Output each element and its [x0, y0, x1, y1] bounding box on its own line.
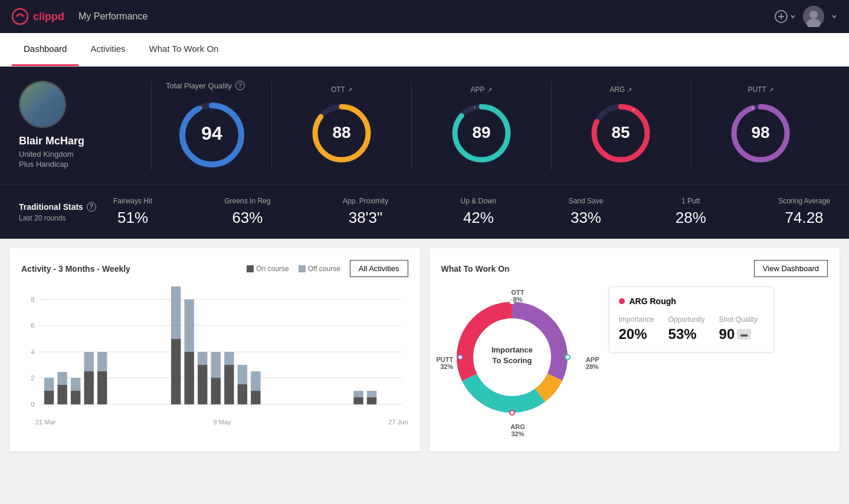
- proximity-value: 38'3": [343, 209, 388, 227]
- trad-stats-title: Traditional Stats ?: [19, 202, 113, 212]
- svg-rect-52: [211, 378, 221, 404]
- top-nav: clippd My Performance: [0, 0, 849, 33]
- svg-text:2: 2: [31, 374, 34, 381]
- chart-legend: On course Off course: [247, 265, 340, 273]
- ott-label: OTT ↗: [331, 85, 352, 94]
- svg-point-74: [458, 355, 463, 360]
- total-quality-section: Total Player Quality ? 94: [166, 81, 272, 170]
- proximity-label: App. Proximity: [343, 197, 388, 205]
- chevron-down-icon: [790, 14, 796, 19]
- nav-right: [775, 6, 837, 27]
- arg-importance: Importance 20%: [619, 315, 654, 342]
- hero-stats: Total Player Quality ? 94 O: [166, 81, 830, 170]
- wtwo-panel-header: What To Work On View Dashboard: [441, 260, 828, 277]
- category-rings: OTT ↗ 88 APP ↗: [272, 81, 830, 170]
- profile-name: Blair McHarg: [19, 135, 84, 147]
- trad-stats-label: Traditional Stats ? Last 20 rounds: [19, 202, 113, 222]
- svg-text:94: 94: [201, 123, 222, 144]
- tab-activities[interactable]: Activities: [78, 33, 137, 66]
- shot-quality-label: Shot Quality: [719, 315, 758, 324]
- tabs-bar: Dashboard Activities What To Work On: [0, 33, 849, 67]
- svg-rect-62: [367, 397, 376, 404]
- sandsave-value: 33%: [569, 209, 604, 227]
- arg-card-title: ARG Rough: [619, 297, 764, 306]
- total-quality-ring: 94: [166, 100, 257, 170]
- svg-rect-43: [84, 352, 94, 371]
- traditional-stats: Traditional Stats ? Last 20 rounds Fairw…: [0, 185, 849, 239]
- svg-rect-59: [251, 371, 260, 391]
- tab-what-to-work-on[interactable]: What To Work On: [137, 33, 231, 66]
- 1putt-value: 28%: [676, 209, 706, 227]
- trad-item-fairways: Fairways Hit 51%: [113, 197, 152, 227]
- app-arrow-icon: ↗: [487, 87, 492, 93]
- gir-value: 63%: [224, 209, 270, 227]
- bottom-panels: Activity - 3 Months - Weekly On course O…: [0, 239, 849, 461]
- donut-chart: Importance To Scoring OTT 8% APP 28%: [441, 286, 595, 440]
- svg-rect-45: [97, 352, 107, 371]
- profile-avatar: [19, 81, 66, 128]
- arg-label: ARG ↗: [609, 85, 632, 94]
- svg-rect-46: [171, 339, 181, 404]
- svg-rect-63: [367, 391, 376, 397]
- trad-item-1putt: 1 Putt 28%: [676, 197, 706, 227]
- trad-stats-items: Fairways Hit 51% Greens In Reg 63% App. …: [113, 197, 830, 227]
- svg-rect-49: [185, 299, 194, 352]
- svg-text:8: 8: [31, 296, 34, 303]
- putt-arrow-icon: ↗: [769, 87, 773, 93]
- ott-arrow-icon: ↗: [348, 87, 352, 93]
- profile-handicap: Plus Handicap: [19, 160, 68, 169]
- svg-rect-51: [198, 352, 207, 365]
- scoring-label: Scoring Average: [778, 197, 830, 205]
- activity-panel-header: Activity - 3 Months - Weekly On course O…: [21, 260, 408, 277]
- putt-donut-label: PUTT 32%: [437, 356, 454, 370]
- svg-rect-36: [44, 391, 54, 404]
- trad-item-sandsave: Sand Save 33%: [569, 197, 604, 227]
- svg-rect-57: [238, 365, 247, 384]
- ott-donut-label: OTT 8%: [512, 289, 525, 303]
- arg-metrics: Importance 20% Opportunity 53% Shot Qual…: [619, 315, 764, 342]
- svg-text:98: 98: [752, 123, 770, 141]
- opportunity-value: 53%: [668, 326, 705, 342]
- bar-chart: 0 2 4 6 8: [21, 286, 408, 416]
- svg-point-73: [510, 410, 514, 415]
- cat-ring-ott: OTT ↗ 88: [272, 81, 412, 170]
- arg-card: ARG Rough Importance 20% Opportunity 53%…: [609, 286, 774, 353]
- avatar[interactable]: [803, 6, 824, 27]
- app-label: APP ↗: [471, 85, 492, 94]
- trad-item-updown: Up & Down 42%: [461, 197, 497, 227]
- trad-stats-subtitle: Last 20 rounds: [19, 214, 113, 222]
- x-label-3: 27 Jun: [388, 419, 408, 426]
- off-course-dot: [299, 265, 306, 272]
- svg-rect-56: [238, 384, 247, 404]
- svg-rect-55: [224, 352, 234, 365]
- svg-rect-37: [44, 378, 54, 391]
- x-label-2: 9 May: [213, 419, 231, 426]
- trad-item-scoring: Scoring Average 74.28: [778, 197, 830, 227]
- score-badge: ▬: [737, 329, 751, 340]
- quality-info-icon[interactable]: ?: [235, 81, 245, 90]
- tab-dashboard[interactable]: Dashboard: [12, 33, 78, 66]
- updown-label: Up & Down: [461, 197, 497, 205]
- cat-ring-arg: ARG ↗ 85: [552, 81, 691, 170]
- importance-value: 20%: [619, 326, 654, 342]
- on-course-dot: [247, 265, 254, 272]
- add-button[interactable]: [775, 10, 796, 23]
- svg-rect-41: [71, 378, 80, 391]
- svg-text:85: 85: [612, 123, 630, 141]
- vertical-divider: [151, 81, 152, 170]
- svg-rect-48: [185, 352, 194, 404]
- svg-text:0: 0: [31, 401, 34, 408]
- shot-quality-value: 90 ▬: [719, 326, 758, 342]
- legend-on-course: On course: [247, 265, 289, 273]
- hero-profile: Blair McHarg United Kingdom Plus Handica…: [19, 81, 137, 170]
- cat-ring-putt: PUTT ↗ 98: [691, 81, 830, 170]
- view-dashboard-button[interactable]: View Dashboard: [754, 260, 828, 277]
- cat-ring-app: APP ↗ 89: [412, 81, 552, 170]
- fairways-label: Fairways Hit: [113, 197, 152, 205]
- nav-title: My Performance: [78, 11, 147, 22]
- svg-rect-44: [97, 371, 107, 404]
- trad-info-icon[interactable]: ?: [87, 202, 96, 212]
- activity-panel: Activity - 3 Months - Weekly On course O…: [9, 248, 420, 452]
- svg-text:6: 6: [31, 322, 34, 329]
- all-activities-button[interactable]: All Activities: [350, 260, 408, 277]
